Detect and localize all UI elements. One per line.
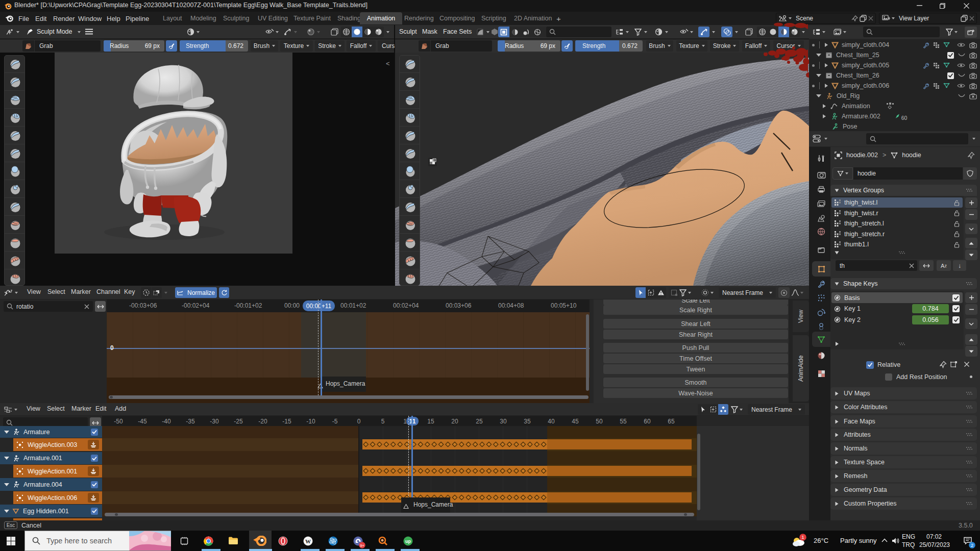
svg-text:1: 1 [801, 534, 804, 540]
svg-text:W: W [305, 538, 311, 544]
svg-text:2: 2 [971, 543, 973, 548]
svg-text:up: up [405, 539, 411, 544]
svg-text:9+: 9+ [360, 543, 364, 548]
